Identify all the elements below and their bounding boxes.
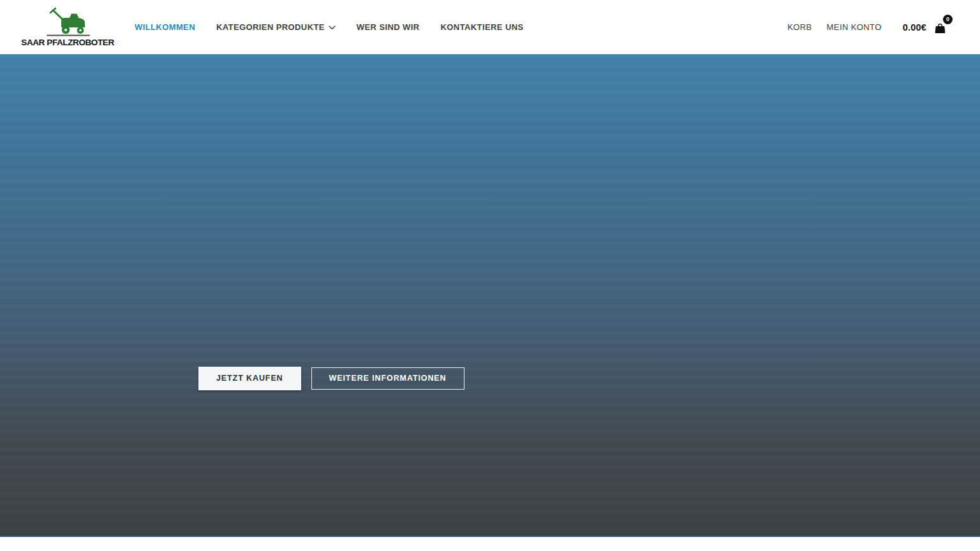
cart-total: 0.00€ [903, 22, 926, 33]
nav-wer-sind-wir-label: WER SIND WIR [357, 22, 420, 32]
nav-korb[interactable]: KORB [787, 22, 812, 32]
nav-mein-konto[interactable]: MEIN KONTO [827, 22, 882, 32]
cart-button[interactable]: 0 [933, 19, 947, 35]
nav-kontaktiere-uns[interactable]: KONTAKTIERE UNS [441, 22, 524, 32]
nav-kontaktiere-uns-label: KONTAKTIERE UNS [441, 22, 524, 32]
brand-logo[interactable]: SAAR PFALZROBOTER [29, 8, 107, 47]
nav-willkommen-label: WILLKOMMEN [135, 22, 195, 32]
shopping-bag-icon [933, 26, 947, 37]
weitere-informationen-button[interactable]: WEITERE INFORMATIONEN [311, 367, 464, 390]
main-nav: WILLKOMMEN KATEGORIEN PRODUKTE WER SIND … [135, 22, 524, 32]
lawn-mower-icon [44, 8, 91, 37]
hero-buttons: JETZT KAUFEN WEITERE INFORMATIONEN [198, 367, 464, 390]
jetzt-kaufen-button[interactable]: JETZT KAUFEN [198, 367, 301, 390]
site-header: SAAR PFALZROBOTER WILLKOMMEN KATEGORIEN … [0, 0, 980, 54]
hero-banner: JETZT KAUFEN WEITERE INFORMATIONEN [0, 54, 980, 537]
nav-kategorien-produkte-label: KATEGORIEN PRODUKTE [216, 22, 325, 32]
cart-count-badge: 0 [943, 15, 953, 24]
brand-name: SAAR PFALZROBOTER [21, 38, 114, 47]
nav-kategorien-produkte[interactable]: KATEGORIEN PRODUKTE [216, 22, 336, 32]
nav-willkommen[interactable]: WILLKOMMEN [135, 22, 195, 32]
chevron-down-icon [329, 26, 336, 30]
nav-wer-sind-wir[interactable]: WER SIND WIR [357, 22, 420, 32]
header-right: KORB MEIN KONTO 0.00€ 0 [787, 19, 947, 35]
